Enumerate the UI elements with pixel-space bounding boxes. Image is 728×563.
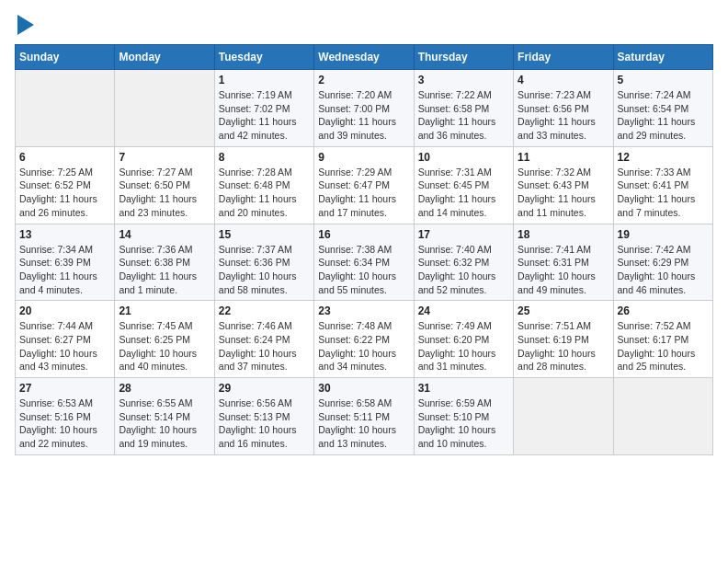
calendar-cell: 29Sunrise: 6:56 AM Sunset: 5:13 PM Dayli… <box>214 378 313 455</box>
calendar-cell <box>16 70 115 147</box>
day-number: 20 <box>19 304 110 317</box>
calendar-week-3: 13Sunrise: 7:34 AM Sunset: 6:39 PM Dayli… <box>16 224 713 301</box>
calendar-week-1: 1Sunrise: 7:19 AM Sunset: 7:02 PM Daylig… <box>16 70 713 147</box>
calendar-cell: 18Sunrise: 7:41 AM Sunset: 6:31 PM Dayli… <box>514 224 613 301</box>
day-number: 19 <box>618 228 709 241</box>
day-info: Sunrise: 7:33 AM Sunset: 6:41 PM Dayligh… <box>618 166 709 220</box>
calendar-week-2: 6Sunrise: 7:25 AM Sunset: 6:52 PM Daylig… <box>16 146 713 224</box>
day-info: Sunrise: 7:52 AM Sunset: 6:17 PM Dayligh… <box>618 319 709 373</box>
calendar-cell: 15Sunrise: 7:37 AM Sunset: 6:36 PM Dayli… <box>214 224 313 301</box>
weekday-header-friday: Friday <box>514 45 613 70</box>
calendar-table: SundayMondayTuesdayWednesdayThursdayFrid… <box>15 44 713 455</box>
day-number: 13 <box>19 228 110 241</box>
day-number: 1 <box>219 74 310 86</box>
calendar-cell: 16Sunrise: 7:38 AM Sunset: 6:34 PM Dayli… <box>314 224 414 301</box>
day-number: 31 <box>418 382 509 395</box>
day-info: Sunrise: 7:22 AM Sunset: 6:58 PM Dayligh… <box>418 88 509 143</box>
calendar-cell <box>613 378 712 455</box>
day-number: 8 <box>219 151 310 164</box>
day-info: Sunrise: 7:23 AM Sunset: 6:56 PM Dayligh… <box>518 88 609 143</box>
calendar-cell: 7Sunrise: 7:27 AM Sunset: 6:50 PM Daylig… <box>115 146 214 224</box>
day-info: Sunrise: 7:49 AM Sunset: 6:20 PM Dayligh… <box>418 319 509 373</box>
calendar-cell: 2Sunrise: 7:20 AM Sunset: 7:00 PM Daylig… <box>314 70 414 147</box>
calendar-cell: 14Sunrise: 7:36 AM Sunset: 6:38 PM Dayli… <box>115 224 214 301</box>
calendar-cell: 21Sunrise: 7:45 AM Sunset: 6:25 PM Dayli… <box>115 301 214 378</box>
logo-triangle-icon <box>17 15 34 35</box>
day-info: Sunrise: 7:41 AM Sunset: 6:31 PM Dayligh… <box>518 243 609 297</box>
day-info: Sunrise: 7:29 AM Sunset: 6:47 PM Dayligh… <box>318 166 409 220</box>
day-info: Sunrise: 7:34 AM Sunset: 6:39 PM Dayligh… <box>19 243 110 297</box>
day-number: 14 <box>119 228 210 241</box>
day-number: 28 <box>119 382 210 395</box>
calendar-cell: 30Sunrise: 6:58 AM Sunset: 5:11 PM Dayli… <box>314 378 414 455</box>
day-info: Sunrise: 7:25 AM Sunset: 6:52 PM Dayligh… <box>19 166 110 220</box>
day-info: Sunrise: 7:37 AM Sunset: 6:36 PM Dayligh… <box>219 243 310 297</box>
calendar-cell: 25Sunrise: 7:51 AM Sunset: 6:19 PM Dayli… <box>514 301 613 378</box>
day-number: 30 <box>318 382 409 395</box>
calendar-header: SundayMondayTuesdayWednesdayThursdayFrid… <box>16 45 713 70</box>
calendar-cell: 6Sunrise: 7:25 AM Sunset: 6:52 PM Daylig… <box>16 146 115 224</box>
day-number: 25 <box>518 304 609 317</box>
day-info: Sunrise: 7:24 AM Sunset: 6:54 PM Dayligh… <box>618 88 709 143</box>
day-info: Sunrise: 6:59 AM Sunset: 5:10 PM Dayligh… <box>418 396 509 451</box>
day-info: Sunrise: 7:27 AM Sunset: 6:50 PM Dayligh… <box>119 166 210 220</box>
day-info: Sunrise: 7:40 AM Sunset: 6:32 PM Dayligh… <box>418 243 509 297</box>
calendar-cell: 22Sunrise: 7:46 AM Sunset: 6:24 PM Dayli… <box>214 301 313 378</box>
calendar-cell: 1Sunrise: 7:19 AM Sunset: 7:02 PM Daylig… <box>214 70 313 147</box>
calendar-cell <box>115 70 214 147</box>
weekday-header-sunday: Sunday <box>16 45 115 70</box>
day-number: 7 <box>119 151 210 164</box>
day-number: 23 <box>318 304 409 317</box>
calendar-cell: 3Sunrise: 7:22 AM Sunset: 6:58 PM Daylig… <box>414 70 513 147</box>
weekday-header-thursday: Thursday <box>414 45 513 70</box>
day-number: 24 <box>418 304 509 317</box>
day-info: Sunrise: 7:42 AM Sunset: 6:29 PM Dayligh… <box>618 243 709 297</box>
weekday-header-tuesday: Tuesday <box>214 45 313 70</box>
calendar-week-5: 27Sunrise: 6:53 AM Sunset: 5:16 PM Dayli… <box>16 378 713 455</box>
calendar-cell: 26Sunrise: 7:52 AM Sunset: 6:17 PM Dayli… <box>613 301 712 378</box>
calendar-body: 1Sunrise: 7:19 AM Sunset: 7:02 PM Daylig… <box>16 70 713 455</box>
calendar-cell: 24Sunrise: 7:49 AM Sunset: 6:20 PM Dayli… <box>414 301 513 378</box>
day-number: 27 <box>19 382 110 395</box>
page-header <box>15 15 713 35</box>
calendar-cell: 4Sunrise: 7:23 AM Sunset: 6:56 PM Daylig… <box>514 70 613 147</box>
calendar-cell <box>514 378 613 455</box>
calendar-cell: 9Sunrise: 7:29 AM Sunset: 6:47 PM Daylig… <box>314 146 414 224</box>
day-number: 11 <box>518 151 609 164</box>
day-number: 3 <box>418 74 509 86</box>
calendar-cell: 20Sunrise: 7:44 AM Sunset: 6:27 PM Dayli… <box>16 301 115 378</box>
weekday-header-row: SundayMondayTuesdayWednesdayThursdayFrid… <box>16 45 713 70</box>
day-number: 16 <box>318 228 409 241</box>
day-info: Sunrise: 7:48 AM Sunset: 6:22 PM Dayligh… <box>318 319 409 373</box>
calendar-cell: 19Sunrise: 7:42 AM Sunset: 6:29 PM Dayli… <box>613 224 712 301</box>
calendar-cell: 12Sunrise: 7:33 AM Sunset: 6:41 PM Dayli… <box>613 146 712 224</box>
calendar-cell: 5Sunrise: 7:24 AM Sunset: 6:54 PM Daylig… <box>613 70 712 147</box>
calendar-cell: 28Sunrise: 6:55 AM Sunset: 5:14 PM Dayli… <box>115 378 214 455</box>
day-number: 2 <box>318 74 409 86</box>
day-number: 22 <box>219 304 310 317</box>
day-info: Sunrise: 7:38 AM Sunset: 6:34 PM Dayligh… <box>318 243 409 297</box>
day-number: 6 <box>19 151 110 164</box>
day-number: 4 <box>518 74 609 86</box>
calendar-cell: 23Sunrise: 7:48 AM Sunset: 6:22 PM Dayli… <box>314 301 414 378</box>
day-number: 29 <box>219 382 310 395</box>
day-info: Sunrise: 6:56 AM Sunset: 5:13 PM Dayligh… <box>219 396 310 451</box>
day-info: Sunrise: 6:55 AM Sunset: 5:14 PM Dayligh… <box>119 396 210 451</box>
day-number: 15 <box>219 228 310 241</box>
weekday-header-monday: Monday <box>115 45 214 70</box>
calendar-cell: 27Sunrise: 6:53 AM Sunset: 5:16 PM Dayli… <box>16 378 115 455</box>
calendar-cell: 13Sunrise: 7:34 AM Sunset: 6:39 PM Dayli… <box>16 224 115 301</box>
day-info: Sunrise: 7:44 AM Sunset: 6:27 PM Dayligh… <box>19 319 110 373</box>
calendar-cell: 8Sunrise: 7:28 AM Sunset: 6:48 PM Daylig… <box>214 146 313 224</box>
calendar-cell: 31Sunrise: 6:59 AM Sunset: 5:10 PM Dayli… <box>414 378 513 455</box>
day-number: 26 <box>618 304 709 317</box>
day-info: Sunrise: 7:31 AM Sunset: 6:45 PM Dayligh… <box>418 166 509 220</box>
day-number: 9 <box>318 151 409 164</box>
calendar-cell: 10Sunrise: 7:31 AM Sunset: 6:45 PM Dayli… <box>414 146 513 224</box>
day-info: Sunrise: 6:53 AM Sunset: 5:16 PM Dayligh… <box>19 396 110 451</box>
day-info: Sunrise: 7:51 AM Sunset: 6:19 PM Dayligh… <box>518 319 609 373</box>
calendar-cell: 17Sunrise: 7:40 AM Sunset: 6:32 PM Dayli… <box>414 224 513 301</box>
day-info: Sunrise: 6:58 AM Sunset: 5:11 PM Dayligh… <box>318 396 409 451</box>
day-info: Sunrise: 7:32 AM Sunset: 6:43 PM Dayligh… <box>518 166 609 220</box>
day-number: 5 <box>618 74 709 86</box>
